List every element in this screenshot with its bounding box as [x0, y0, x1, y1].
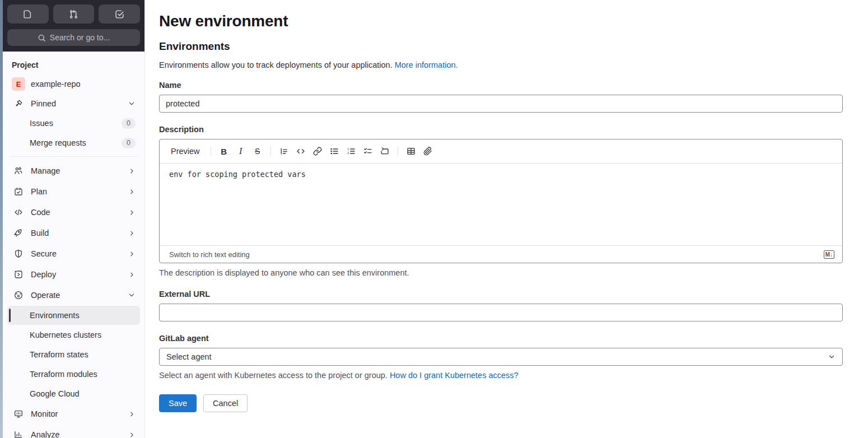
kubernetes-access-link[interactable]: How do I grant Kubernetes access?: [390, 371, 519, 380]
search-input[interactable]: Search or go to...: [7, 29, 140, 46]
chevron-right-icon: [128, 411, 136, 418]
sidebar-item-manage[interactable]: Manage: [7, 161, 140, 181]
sidebar-item-terraform-modules[interactable]: Terraform modules: [7, 365, 140, 384]
sidebar-item-plan[interactable]: Plan: [7, 181, 140, 202]
bullet-list-button[interactable]: [326, 143, 342, 159]
markdown-editor: Preview B I S: [159, 139, 843, 263]
secure-label: Secure: [31, 249, 128, 258]
strikethrough-button[interactable]: S: [250, 143, 265, 159]
section-title: Environments: [159, 40, 843, 53]
chevron-right-icon: [128, 271, 136, 278]
editor-footer: Switch to rich text editing M↓: [160, 245, 842, 263]
sidebar-item-environments[interactable]: Environments: [7, 306, 140, 325]
numbered-list-button[interactable]: 12: [343, 143, 359, 159]
deploy-icon: [12, 270, 25, 279]
more-information-link[interactable]: More information.: [395, 60, 458, 69]
table-button[interactable]: [403, 143, 419, 159]
deploy-label: Deploy: [31, 270, 128, 279]
terraform-states-label: Terraform states: [30, 350, 136, 359]
users-icon: [12, 166, 25, 175]
bold-button[interactable]: B: [216, 143, 232, 159]
task-list-button[interactable]: [360, 143, 376, 159]
sidebar-item-pinned[interactable]: Pinned: [7, 94, 140, 113]
chevron-right-icon: [128, 188, 136, 195]
agent-select-value: Select agent: [166, 352, 212, 361]
environments-label: Environments: [30, 311, 136, 320]
svg-text:1: 1: [347, 147, 349, 151]
sidebar-item-issues[interactable]: Issues 0: [7, 114, 140, 133]
sidebar-header: Search or go to...: [3, 0, 144, 52]
sidebar-item-analyze[interactable]: Analyze: [7, 425, 140, 438]
plan-label: Plan: [31, 187, 128, 196]
sidebar-item-terraform-states[interactable]: Terraform states: [7, 345, 140, 364]
chevron-right-icon: [128, 167, 136, 175]
sidebar-item-project[interactable]: E example-repo: [7, 74, 140, 94]
merge-requests-shortcut-button[interactable]: [53, 4, 95, 24]
sidebar-item-build[interactable]: Build: [7, 223, 140, 243]
agent-help-body: Select an agent with Kubernetes access t…: [159, 371, 388, 380]
name-label: Name: [159, 81, 843, 90]
save-button[interactable]: Save: [159, 394, 197, 412]
merge-requests-count-badge: 0: [122, 138, 136, 148]
sidebar-item-secure[interactable]: Secure: [7, 244, 140, 264]
toolbar-divider: [211, 147, 211, 156]
chevron-right-icon: [128, 250, 136, 258]
gitlab-agent-label: GitLab agent: [159, 334, 843, 343]
merge-request-icon: [69, 10, 78, 19]
google-cloud-label: Google Cloud: [30, 389, 136, 398]
external-url-field-group: External URL: [159, 290, 843, 321]
form-actions: Save Cancel: [159, 394, 843, 412]
chevron-right-icon: [128, 431, 136, 438]
sidebar-item-operate[interactable]: Operate: [7, 285, 140, 305]
terraform-modules-label: Terraform modules: [30, 370, 136, 379]
italic-button[interactable]: I: [233, 143, 249, 159]
sidebar-body: Project E example-repo Pinned Issues 0 M…: [3, 52, 144, 438]
issues-shortcut-button[interactable]: [7, 4, 49, 24]
monitor-icon: [12, 409, 25, 418]
sidebar-item-google-cloud[interactable]: Google Cloud: [7, 384, 140, 403]
editor-toolbar: Preview B I S: [160, 139, 842, 164]
cancel-button[interactable]: Cancel: [203, 394, 248, 412]
description-textarea[interactable]: env for scoping protected vars: [160, 164, 842, 245]
check-square-icon: [115, 10, 124, 19]
calendar-icon: [12, 187, 25, 196]
svg-text:2: 2: [347, 151, 349, 155]
project-avatar: E: [12, 77, 25, 91]
intro-text: Environments allow you to track deployme…: [159, 60, 843, 69]
monitor-label: Monitor: [31, 409, 128, 418]
code-button[interactable]: [293, 143, 309, 159]
sidebar-item-code[interactable]: Code: [7, 202, 140, 222]
issue-icon: [23, 10, 32, 19]
name-input[interactable]: [159, 95, 843, 113]
chevron-right-icon: [128, 230, 136, 237]
todo-list-shortcut-button[interactable]: [99, 4, 140, 24]
manage-label: Manage: [31, 166, 128, 175]
sidebar-item-monitor[interactable]: Monitor: [7, 404, 140, 424]
issues-count-badge: 0: [122, 118, 136, 129]
agent-select[interactable]: Select agent: [159, 348, 843, 366]
name-field-group: Name: [159, 81, 843, 113]
attach-file-button[interactable]: [420, 143, 436, 159]
external-url-input[interactable]: [159, 304, 843, 321]
switch-rich-text-link[interactable]: Switch to rich text editing: [169, 250, 250, 259]
search-icon: [38, 34, 46, 42]
sidebar-item-deploy[interactable]: Deploy: [7, 264, 140, 285]
chevron-down-icon: [828, 353, 836, 361]
sidebar-item-merge-requests[interactable]: Merge requests 0: [7, 133, 140, 152]
link-button[interactable]: [310, 143, 325, 159]
sidebar-item-kubernetes-clusters[interactable]: Kubernetes clusters: [7, 325, 140, 344]
project-name: example-repo: [31, 80, 136, 88]
description-help-text: The description is displayed to anyone w…: [159, 268, 843, 277]
pinned-label: Pinned: [31, 99, 128, 108]
quote-button[interactable]: [276, 143, 292, 159]
description-label: Description: [159, 125, 843, 134]
project-section-label: Project: [3, 54, 144, 74]
markdown-icon[interactable]: M↓: [824, 250, 834, 259]
new-environment-form: Name Description Preview B I S: [159, 81, 843, 412]
collapsible-section-button[interactable]: [377, 143, 393, 159]
gitlab-agent-field-group: GitLab agent Select agent Select an agen…: [159, 334, 843, 380]
preview-tab[interactable]: Preview: [165, 143, 206, 159]
intro-text-body: Environments allow you to track deployme…: [159, 60, 393, 69]
kubernetes-clusters-label: Kubernetes clusters: [30, 330, 136, 339]
chevron-right-icon: [128, 209, 136, 216]
